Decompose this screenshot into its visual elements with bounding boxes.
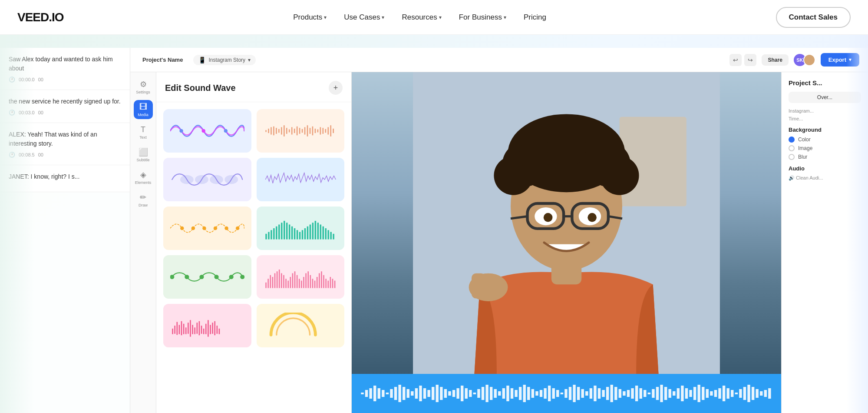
undo-button[interactable]: ↩ bbox=[729, 54, 742, 66]
svg-rect-18 bbox=[304, 127, 305, 134]
svg-rect-87 bbox=[296, 275, 297, 288]
audio-wave-svg bbox=[359, 380, 774, 406]
bg-color-option[interactable]: Color bbox=[789, 137, 861, 143]
svg-rect-149 bbox=[472, 273, 485, 299]
transcript-item-1[interactable]: Saw Alex today and wanted to ask him abo… bbox=[0, 48, 130, 90]
svg-rect-29 bbox=[333, 129, 334, 133]
video-frame bbox=[352, 72, 781, 374]
svg-rect-27 bbox=[327, 127, 329, 134]
svg-rect-158 bbox=[394, 387, 397, 400]
svg-rect-157 bbox=[390, 389, 393, 398]
bg-image-option[interactable]: Image bbox=[789, 145, 861, 151]
wave-card-8[interactable] bbox=[257, 255, 345, 299]
wave-card-5[interactable] bbox=[163, 206, 251, 250]
share-button[interactable]: Share bbox=[762, 54, 788, 66]
format-label: Instagram... bbox=[789, 108, 861, 113]
nav-use-cases[interactable]: Use Cases ▾ bbox=[337, 10, 391, 25]
svg-rect-220 bbox=[652, 389, 654, 398]
svg-rect-22 bbox=[314, 129, 316, 133]
svg-rect-21 bbox=[312, 127, 313, 135]
svg-rect-155 bbox=[382, 390, 384, 397]
svg-rect-66 bbox=[333, 234, 334, 240]
nav-resources[interactable]: Resources ▾ bbox=[395, 10, 448, 25]
svg-rect-13 bbox=[291, 127, 292, 134]
svg-rect-123 bbox=[212, 323, 213, 334]
settings-tool-button[interactable]: ⚙ Settings bbox=[134, 77, 153, 97]
transcript-item-2[interactable]: the new service he recently signed up fo… bbox=[0, 90, 130, 123]
project-name[interactable]: Project's Name bbox=[139, 57, 186, 63]
wave-card-4[interactable] bbox=[257, 158, 345, 201]
svg-rect-194 bbox=[544, 388, 546, 399]
svg-point-0 bbox=[179, 129, 183, 133]
wave-card-1[interactable] bbox=[163, 109, 251, 153]
svg-rect-28 bbox=[330, 125, 331, 137]
svg-rect-112 bbox=[188, 323, 189, 334]
svg-rect-90 bbox=[303, 277, 304, 288]
add-soundwave-button[interactable]: + bbox=[329, 81, 343, 95]
svg-point-34 bbox=[180, 226, 184, 230]
svg-rect-195 bbox=[548, 386, 551, 401]
svg-rect-64 bbox=[327, 230, 329, 239]
background-section-title: Background bbox=[789, 127, 861, 133]
svg-rect-47 bbox=[284, 221, 285, 240]
svg-rect-226 bbox=[677, 388, 680, 399]
svg-rect-75 bbox=[270, 275, 271, 288]
format-tag[interactable]: 📱 Instagram Story ▾ bbox=[193, 55, 256, 65]
export-button[interactable]: Export ▾ bbox=[821, 53, 859, 67]
products-chevron-icon: ▾ bbox=[324, 14, 327, 20]
wave-card-7[interactable] bbox=[163, 255, 251, 299]
svg-rect-248 bbox=[768, 388, 771, 399]
svg-rect-242 bbox=[743, 387, 746, 400]
elements-tool-button[interactable]: ◈ Elements bbox=[134, 168, 153, 187]
svg-rect-12 bbox=[288, 130, 290, 133]
clock-icon-3: 🕐 bbox=[9, 152, 15, 158]
redo-button[interactable]: ↪ bbox=[744, 54, 756, 66]
logo[interactable]: VEED.IO bbox=[17, 10, 64, 24]
svg-point-36 bbox=[202, 226, 206, 230]
svg-rect-11 bbox=[286, 128, 287, 134]
nav-for-business[interactable]: For Business ▾ bbox=[452, 10, 513, 25]
wave-card-6[interactable] bbox=[257, 206, 345, 250]
svg-rect-101 bbox=[327, 281, 329, 288]
svg-point-147 bbox=[587, 213, 597, 222]
blur-radio[interactable] bbox=[789, 154, 795, 160]
svg-rect-94 bbox=[312, 279, 313, 288]
svg-rect-59 bbox=[314, 221, 316, 240]
svg-rect-222 bbox=[660, 385, 663, 402]
text-tool-button[interactable]: T Text bbox=[134, 123, 153, 142]
draw-tool-button[interactable]: ✏ Draw bbox=[134, 190, 153, 210]
svg-rect-203 bbox=[581, 389, 584, 398]
wave-card-9[interactable] bbox=[163, 304, 251, 347]
bg-blur-option[interactable]: Blur bbox=[789, 154, 861, 160]
svg-rect-126 bbox=[219, 329, 220, 334]
settings-overview-tab[interactable]: Over... bbox=[789, 92, 861, 103]
svg-rect-96 bbox=[316, 277, 317, 288]
svg-rect-50 bbox=[291, 226, 292, 240]
svg-rect-49 bbox=[288, 224, 290, 239]
svg-rect-48 bbox=[286, 223, 287, 239]
svg-rect-184 bbox=[502, 388, 505, 399]
transcript-item-3[interactable]: ALEX: Yeah! That was kind of an interest… bbox=[0, 123, 130, 165]
wave-card-3[interactable] bbox=[163, 158, 251, 201]
transcript-meta-2: 🕐 00:03.0 00 bbox=[9, 110, 121, 116]
svg-point-37 bbox=[214, 226, 218, 230]
contact-sales-button[interactable]: Contact Sales bbox=[776, 7, 851, 28]
image-radio[interactable] bbox=[789, 145, 795, 151]
svg-rect-212 bbox=[619, 389, 621, 398]
transcript-item-4[interactable]: JANET: I know, right? I s... bbox=[0, 165, 130, 192]
wave-card-2[interactable] bbox=[257, 109, 345, 153]
svg-rect-118 bbox=[201, 326, 202, 334]
svg-rect-240 bbox=[735, 393, 738, 394]
nav-pricing[interactable]: Pricing bbox=[517, 10, 553, 25]
subtitle-tool-button[interactable]: ⬜ Subtitle bbox=[134, 145, 153, 164]
svg-rect-51 bbox=[294, 228, 295, 240]
svg-rect-85 bbox=[292, 273, 293, 288]
svg-rect-125 bbox=[217, 326, 218, 334]
svg-rect-241 bbox=[739, 389, 742, 398]
svg-rect-213 bbox=[623, 391, 625, 396]
wave-card-10[interactable] bbox=[257, 304, 345, 347]
nav-products[interactable]: Products ▾ bbox=[286, 10, 333, 25]
media-tool-button[interactable]: 🎞 Media bbox=[134, 100, 153, 119]
svg-point-69 bbox=[199, 275, 204, 279]
color-radio[interactable] bbox=[789, 137, 795, 143]
